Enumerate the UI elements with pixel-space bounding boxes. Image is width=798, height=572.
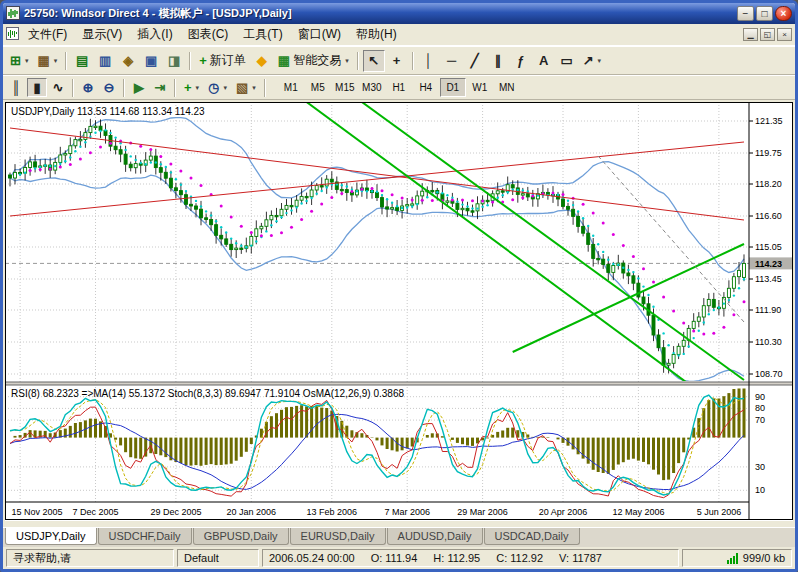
market-watch-button[interactable]: ▤: [71, 50, 93, 72]
toolbar-separator: [72, 79, 74, 97]
dropdown-arrow-icon: ▾: [598, 57, 602, 65]
timeframe-w1[interactable]: W1: [467, 78, 493, 97]
toolbar-separator: [264, 79, 266, 97]
svg-text:USDJPY,Daily 113.53 114.68 11: USDJPY,Daily 113.53 114.68 113.34 114.23: [11, 106, 205, 117]
zoom-out-icon: ⊖: [104, 81, 115, 94]
strategy-tester-icon: ◨: [168, 54, 180, 67]
candlestick-chart-button[interactable]: ▮: [27, 78, 47, 97]
timeframe-m15[interactable]: M15: [332, 78, 358, 97]
chart-tab-eurusd[interactable]: EURUSD,Daily: [290, 528, 386, 545]
profiles-button[interactable]: ▦▾: [33, 50, 61, 72]
svg-text:116.60: 116.60: [755, 211, 782, 221]
menu-bar: 文件(F)显示(V)插入(I)图表(C)工具(T)窗口(W)帮助(H) ▁ ◱ …: [3, 24, 795, 46]
text-button[interactable]: A: [533, 50, 555, 72]
terminal-button[interactable]: ▣: [140, 50, 162, 72]
data-window-button[interactable]: ▥: [94, 50, 116, 72]
menu-help[interactable]: 帮助(H): [349, 24, 404, 45]
zoom-in-button[interactable]: ⊕: [78, 78, 98, 97]
menu-view[interactable]: 显示(V): [75, 24, 129, 45]
status-volume: V: 11787: [559, 552, 602, 564]
svg-text:119.75: 119.75: [755, 148, 782, 158]
timeframe-m1[interactable]: M1: [278, 78, 304, 97]
periods-icon: ◷: [208, 81, 219, 94]
channel-button[interactable]: ∥: [487, 50, 509, 72]
timeframe-mn[interactable]: MN: [494, 78, 520, 97]
trendline-icon: ╱: [471, 54, 479, 67]
expert-advisors-button[interactable]: ▦智能交易▾: [274, 50, 353, 72]
status-open: O: 111.94: [371, 552, 418, 564]
new-order-icon: +: [199, 54, 207, 67]
svg-text:RSI(8) 68.2323 =>MA(14) 55.13: RSI(8) 68.2323 =>MA(14) 55.1372 Stoch(8,…: [11, 388, 404, 399]
arrows-button[interactable]: ↗▾: [579, 50, 605, 72]
chart-tab-usdcad[interactable]: USDCAD,Daily: [484, 528, 580, 545]
svg-text:12 May 2006: 12 May 2006: [612, 507, 664, 517]
timeframe-m30[interactable]: M30: [359, 78, 385, 97]
chart-shift-button[interactable]: ⇥: [150, 78, 170, 97]
mdi-close-button[interactable]: ×: [777, 28, 792, 41]
line-chart-button[interactable]: ∿: [48, 78, 68, 97]
dropdown-arrow-icon: ▾: [196, 84, 200, 92]
svg-text:80: 80: [755, 403, 765, 413]
app-icon: [6, 6, 20, 22]
metaeditor-button[interactable]: ◆: [251, 50, 273, 72]
chart-shift-icon: ⇥: [155, 81, 166, 94]
indicators-button[interactable]: +▾: [180, 78, 203, 97]
svg-text:118.20: 118.20: [755, 179, 782, 189]
vertical-line-button[interactable]: │: [418, 50, 440, 72]
maximize-button[interactable]: □: [756, 6, 773, 21]
minimize-button[interactable]: −: [737, 6, 754, 21]
status-high: H: 112.95: [433, 552, 480, 564]
mdi-restore-button[interactable]: ◱: [760, 28, 775, 41]
chart-tab-usdchf[interactable]: USDCHF,Daily: [98, 528, 192, 545]
crosshair-button[interactable]: +: [386, 50, 408, 72]
timeframe-h4[interactable]: H4: [413, 78, 439, 97]
menu-file[interactable]: 文件(F): [21, 24, 74, 45]
menu-charts[interactable]: 图表(C): [181, 24, 236, 45]
chart-tab-audusd[interactable]: AUDUSD,Daily: [387, 528, 483, 545]
window-controls: − □ ×: [737, 6, 792, 21]
toolbar-separator: [357, 52, 359, 70]
timeframe-d1[interactable]: D1: [440, 78, 466, 97]
status-profile[interactable]: Default: [177, 549, 259, 567]
bar-chart-button[interactable]: ║: [6, 78, 26, 97]
toolbar-separator: [65, 52, 67, 70]
toolbar-separator: [189, 52, 191, 70]
svg-text:7 Dec 2005: 7 Dec 2005: [72, 507, 118, 517]
status-bar-info: 2006.05.24 00:00 O: 111.94 H: 112.95 C: …: [262, 549, 679, 567]
svg-text:113.45: 113.45: [755, 274, 782, 284]
menu-insert[interactable]: 插入(I): [130, 24, 179, 45]
zoom-out-button[interactable]: ⊖: [99, 78, 119, 97]
auto-scroll-button[interactable]: ▶: [129, 78, 149, 97]
close-button[interactable]: ×: [775, 6, 792, 21]
menu-tools[interactable]: 工具(T): [236, 24, 289, 45]
chart-tab-gbpusd[interactable]: GBPUSD,Daily: [193, 528, 289, 545]
cursor-icon: ↖: [368, 54, 379, 67]
dropdown-arrow-icon: ▾: [54, 57, 58, 65]
fibonacci-button[interactable]: ƒ: [510, 50, 532, 72]
templates-button[interactable]: ▧▾: [232, 78, 260, 97]
trendline-button[interactable]: ╱: [464, 50, 486, 72]
navigator-button[interactable]: ◈: [117, 50, 139, 72]
timeframe-m5[interactable]: M5: [305, 78, 331, 97]
horizontal-line-button[interactable]: ─: [441, 50, 463, 72]
crosshair-icon: +: [393, 54, 401, 67]
horizontal-line-icon: ─: [447, 54, 456, 67]
new-chart-button[interactable]: ⊞▾: [6, 50, 32, 72]
menu-window[interactable]: 窗口(W): [291, 24, 348, 45]
mdi-minimize-button[interactable]: ▁: [743, 28, 758, 41]
new-chart-icon: ⊞: [10, 54, 21, 67]
chart-tab-usdjpy[interactable]: USDJPY,Daily: [5, 528, 97, 545]
toolbar-separator: [412, 52, 414, 70]
chart-window-icon[interactable]: [6, 26, 19, 44]
candlestick-chart-icon: ▮: [33, 81, 40, 94]
periods-button[interactable]: ◷▾: [204, 78, 231, 97]
new-order-button[interactable]: +新订单: [195, 50, 250, 72]
status-traffic: 999/0 kb: [743, 552, 785, 564]
connection-signal-icon: [727, 553, 738, 564]
zoom-in-icon: ⊕: [83, 81, 94, 94]
timeframe-h1[interactable]: H1: [386, 78, 412, 97]
text-label-button[interactable]: ▭: [556, 50, 578, 72]
chart-canvas[interactable]: 15 Nov 20057 Dec 200529 Dec 200520 Jan 2…: [5, 102, 793, 521]
cursor-button[interactable]: ↖: [363, 50, 385, 72]
strategy-tester-button[interactable]: ◨: [163, 50, 185, 72]
